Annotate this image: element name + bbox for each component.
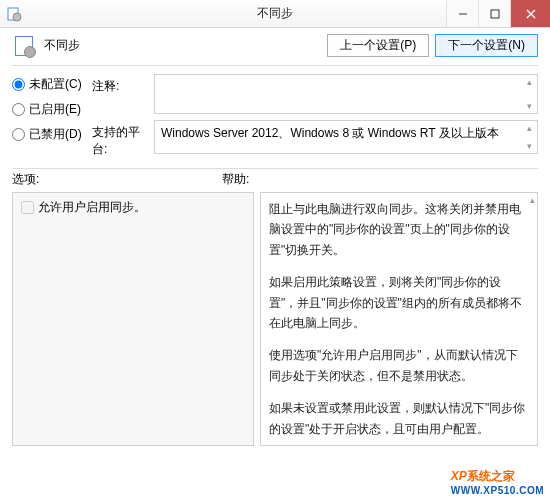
prev-setting-button[interactable]: 上一个设置(P) [327, 34, 429, 57]
options-pane: 允许用户启用同步。 [12, 192, 254, 446]
app-icon [6, 6, 22, 22]
chevron-up-icon[interactable]: ▴ [521, 75, 537, 89]
radio-disabled[interactable]: 已禁用(D) [12, 126, 92, 143]
radio-unconfigured-label: 未配置(C) [29, 76, 82, 93]
radio-enabled-label: 已启用(E) [29, 101, 81, 118]
allow-user-sync-checkbox[interactable] [21, 201, 34, 214]
close-button[interactable] [510, 0, 550, 27]
allow-user-sync-option[interactable]: 允许用户启用同步。 [21, 199, 245, 216]
maximize-button[interactable] [478, 0, 510, 27]
platform-value: Windows Server 2012、Windows 8 或 Windows … [161, 126, 499, 140]
chevron-up-icon[interactable]: ▴ [528, 193, 537, 207]
help-paragraph: 如果未设置或禁用此设置，则默认情况下"同步你的设置"处于开启状态，且可由用户配置… [269, 398, 529, 439]
radio-enabled[interactable]: 已启用(E) [12, 101, 92, 118]
help-heading: 帮助: [222, 171, 249, 188]
options-heading: 选项: [12, 171, 222, 188]
policy-icon [12, 36, 36, 56]
allow-user-sync-label: 允许用户启用同步。 [38, 199, 146, 216]
svg-point-1 [13, 13, 21, 21]
radio-unconfigured[interactable]: 未配置(C) [12, 76, 92, 93]
radio-disabled-label: 已禁用(D) [29, 126, 82, 143]
next-setting-button[interactable]: 下一个设置(N) [435, 34, 538, 57]
help-paragraph: 使用选项"允许用户启用同步"，从而默认情况下同步处于关闭状态，但不是禁用状态。 [269, 345, 529, 386]
platform-field: Windows Server 2012、Windows 8 或 Windows … [154, 120, 538, 154]
chevron-up-icon[interactable]: ▴ [521, 121, 537, 135]
watermark: XP系统之家 WWW.XP510.COM [451, 464, 544, 496]
page-title: 不同步 [44, 37, 80, 54]
help-pane: ▴ 阻止与此电脑进行双向同步。这将关闭并禁用电脑设置中的"同步你的设置"页上的"… [260, 192, 538, 446]
window-title: 不同步 [257, 5, 293, 22]
comment-field[interactable]: ▴▾ [154, 74, 538, 114]
radio-unconfigured-input[interactable] [12, 78, 25, 91]
help-paragraph: 阻止与此电脑进行双向同步。这将关闭并禁用电脑设置中的"同步你的设置"页上的"同步… [269, 199, 529, 260]
chevron-down-icon[interactable]: ▾ [521, 139, 537, 153]
chevron-down-icon[interactable]: ▾ [521, 99, 537, 113]
help-paragraph: 如果启用此策略设置，则将关闭"同步你的设置"，并且"同步你的设置"组内的所有成员… [269, 272, 529, 333]
minimize-button[interactable] [446, 0, 478, 27]
platform-label: 支持的平台: [92, 120, 154, 158]
radio-enabled-input[interactable] [12, 103, 25, 116]
comment-label: 注释: [92, 74, 154, 114]
svg-rect-3 [491, 10, 499, 18]
radio-disabled-input[interactable] [12, 128, 25, 141]
